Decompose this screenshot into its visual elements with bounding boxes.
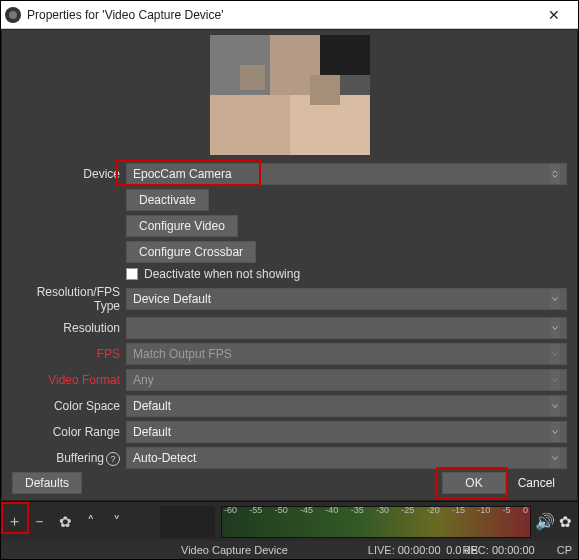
form-area: Device EpocCam Camera Deactivate Configu… [12,163,567,469]
colorrange-select[interactable]: Default [126,421,567,443]
row-configure-crossbar: Configure Crossbar [126,241,567,263]
label-colorspace: Color Space [12,399,120,413]
titlebar: Properties for 'Video Capture Device' ✕ [1,1,578,29]
highlight-ok [436,467,508,499]
row-resolution: Resolution [12,317,567,339]
label-resfpstype: Resolution/FPS Type [12,285,120,313]
resfpstype-select[interactable]: Device Default [126,288,567,310]
resfpstype-value: Device Default [133,292,211,306]
video-preview [210,35,370,155]
row-buffering: Buffering? Auto-Detect [12,447,567,469]
dialog-button-bar: Defaults OK Cancel [12,472,567,494]
row-resfpstype: Resolution/FPS Type Device Default [12,285,567,313]
status-cpu: CP [557,544,572,556]
label-colorrange: Color Range [12,425,120,439]
fps-value: Match Output FPS [133,347,232,361]
colorspace-value: Default [133,399,171,413]
help-icon[interactable]: ? [106,452,120,466]
deactivate-button[interactable]: Deactivate [126,189,209,211]
status-db: 0.0 dB [446,544,478,556]
chevron-down-icon [550,422,560,442]
colorrange-value: Default [133,425,171,439]
videoformat-select[interactable]: Any [126,369,567,391]
defaults-button[interactable]: Defaults [12,472,82,494]
move-up-button[interactable]: ˄ [82,513,100,531]
window-title: Properties for 'Video Capture Device' [27,8,223,22]
videoformat-value: Any [133,373,154,387]
fps-select[interactable]: Match Output FPS [126,343,567,365]
buffering-select[interactable]: Auto-Detect [126,447,567,469]
chevron-down-icon [550,289,560,309]
chevron-down-icon [550,344,560,364]
deactivate-not-showing-label: Deactivate when not showing [144,267,300,281]
label-device: Device [12,167,120,181]
resolution-select[interactable] [126,317,567,339]
chevron-down-icon [550,448,560,468]
close-button[interactable]: ✕ [534,7,574,23]
chevron-down-icon [550,370,560,390]
cancel-button[interactable]: Cancel [506,472,567,494]
meter-ticks: -60-55-50-45-40-35-30-25-20-15-10-50 [222,505,530,515]
speaker-icon[interactable]: 🔊 [535,512,555,531]
updown-icon [550,164,560,184]
row-deactivate: Deactivate [126,189,567,211]
remove-source-button[interactable]: － [30,512,48,531]
chevron-down-icon [550,396,560,416]
status-source-name: Video Capture Device [181,544,288,556]
audio-settings-gear-icon[interactable]: ✿ [559,513,572,531]
highlight-add-source [1,502,29,534]
status-live: LIVE: 00:00:00 [368,544,441,556]
label-videoformat: Video Format [12,373,120,387]
label-resolution: Resolution [12,321,120,335]
chevron-down-icon [550,318,560,338]
label-buffering: Buffering? [12,451,120,466]
configure-video-button[interactable]: Configure Video [126,215,238,237]
row-device: Device EpocCam Camera [12,163,567,185]
highlight-device [116,160,261,186]
source-thumbnail [160,506,215,538]
row-colorspace: Color Space Default [12,395,567,417]
buffering-value: Auto-Detect [133,451,196,465]
preview-area [12,35,567,163]
colorspace-select[interactable]: Default [126,395,567,417]
move-down-button[interactable]: ˅ [108,513,126,531]
row-videoformat: Video Format Any [12,369,567,391]
row-fps: FPS Match Output FPS [12,343,567,365]
row-colorrange: Color Range Default [12,421,567,443]
row-deactivate-not-showing: Deactivate when not showing [126,267,567,281]
configure-crossbar-button[interactable]: Configure Crossbar [126,241,256,263]
status-bar: Video Capture Device 0.0 dB LIVE: 00:00:… [1,541,578,559]
source-settings-button[interactable]: ✿ [56,513,74,531]
deactivate-not-showing-checkbox[interactable] [126,268,138,280]
audio-meter: -60-55-50-45-40-35-30-25-20-15-10-50 [221,506,531,538]
row-configure-video: Configure Video [126,215,567,237]
obs-logo-icon [5,7,21,23]
label-fps: FPS [12,347,120,361]
properties-dialog: Device EpocCam Camera Deactivate Configu… [1,29,578,501]
obs-lower-strip: ＋ － ✿ ˄ ˅ -60-55-50-45-40-35-30-25-20-15… [1,501,578,541]
